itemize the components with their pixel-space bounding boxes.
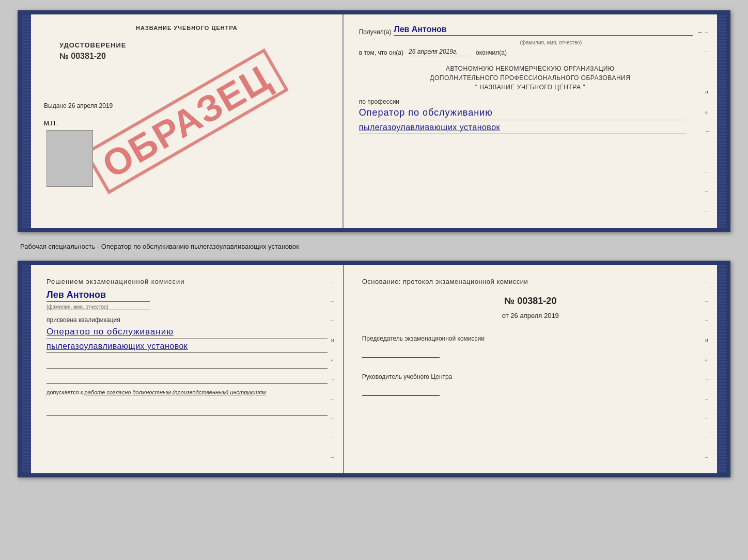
profession-line1: Оператор по обслуживанию: [359, 107, 686, 120]
ot-date: от 26 апреля 2019: [362, 312, 699, 319]
osnovanie-label: Основание: протокол экзаменационной коми…: [362, 278, 699, 285]
diploma-right-page: Основание: протокол экзаменационной коми…: [344, 265, 717, 473]
vydano-date: 26 апреля 2019: [68, 102, 113, 109]
book-spine-bottom-right: [717, 265, 726, 473]
certificate-left-page: НАЗВАНИЕ УЧЕБНОГО ЦЕНТРА ОБРАЗЕЦ УДОСТОВ…: [31, 14, 344, 228]
kvalif-line1: Оператор по обслуживанию: [46, 327, 328, 339]
org-line2: ДОПОЛНИТЕЛЬНОГО ПРОФЕССИОНАЛЬНОГО ОБРАЗО…: [359, 73, 702, 83]
date-underline: 26 апреля 2019г.: [409, 48, 471, 56]
org-block: АВТОНОМНУЮ НЕКОММЕРЧЕСКУЮ ОРГАНИЗАЦИЮ ДО…: [359, 64, 702, 92]
ot-date-value: 26 апреля 2019: [510, 312, 559, 319]
org-line3: " НАЗВАНИЕ УЧЕБНОГО ЦЕНТРА ": [359, 83, 702, 92]
udostoverenie-number: № 00381-20: [59, 52, 330, 61]
v-tom-label: в том, что он(а): [359, 49, 403, 56]
right-dashes-diploma-right: – – – и а ← – – – –: [705, 265, 711, 473]
poluchil-row: Получил(а) Лев Антонов –: [359, 25, 702, 36]
rukovoditel-signature-line: [362, 383, 440, 396]
predsedatel-label: Председатель экзаменационной комиссии: [362, 335, 699, 358]
bottom-diploma-book: Решением экзаменационной комиссии Лев Ан…: [18, 261, 730, 477]
book-spine-top: [22, 14, 31, 228]
okonchil-label: окончил(а): [476, 49, 507, 56]
v-tom-row: в том, что он(а) 26 апреля 2019г. окончи…: [359, 48, 702, 56]
dash-after-name: –: [698, 28, 702, 36]
po-professii-label: по профессии: [359, 98, 686, 105]
rukovoditel-label: Руководитель учебного Центра: [362, 373, 699, 396]
diploma-left-page: Решением экзаменационной комиссии Лев Ан…: [31, 265, 344, 473]
kvalif-line2: пылегазоулавливающих установок: [46, 342, 328, 353]
org-line1: АВТОНОМНУЮ НЕКОММЕРЧЕСКУЮ ОРГАНИЗАЦИЮ: [359, 64, 702, 73]
diploma-person-name: Лев Антонов: [46, 290, 150, 302]
dopuskaetsya-block: допускается к работе согласно должностны…: [46, 389, 328, 395]
book-spine-top-right: [717, 14, 726, 228]
resheniem-label: Решением экзаменационной комиссии: [46, 278, 328, 285]
udostoverenie-title: УДОСТОВЕРЕНИЕ: [59, 41, 330, 49]
vydano-block: Выдано 26 апреля 2019: [44, 102, 330, 109]
ot-label: от: [502, 312, 509, 319]
top-certificate-book: НАЗВАНИЕ УЧЕБНОГО ЦЕНТРА ОБРАЗЕЦ УДОСТОВ…: [18, 10, 730, 232]
right-dashes-top: – – – и а ← – – – –: [705, 14, 711, 228]
book-spine-bottom: [22, 265, 31, 473]
poluchil-name: Лев Антонов: [394, 25, 693, 36]
blank-line-1: [46, 358, 328, 369]
poluchil-label: Получил(а): [359, 28, 392, 36]
subtitle-text: Рабочая специальность - Оператор по обсл…: [18, 237, 730, 255]
predsedatel-signature-line: [362, 345, 440, 358]
right-dashes-diploma-left: – – – и а ← – – – –: [331, 265, 337, 473]
profession-line2: пылегазоулавливающих установок: [359, 123, 686, 134]
fio-label-top: (фамилия, имя, отчество): [400, 40, 702, 45]
dopuskaetsya-prefix: допускается к: [46, 389, 83, 395]
mp-label: М.П.: [44, 120, 330, 127]
certificate-right-page: Получил(а) Лев Антонов – (фамилия, имя, …: [344, 14, 717, 228]
vydano-label: Выдано: [44, 102, 67, 109]
photo-placeholder: [46, 130, 93, 187]
blank-line-2: [46, 374, 328, 384]
prisvoena-label: присвоена квалификация: [46, 316, 328, 324]
blank-line-3: [46, 406, 328, 416]
cert-header: НАЗВАНИЕ УЧЕБНОГО ЦЕНТРА: [44, 25, 330, 31]
dopuskaetsya-italic: работе согласно должностным (производств…: [85, 389, 266, 395]
protocol-number: № 00381-20: [362, 296, 699, 307]
fio-label-diploma: (фамилия, имя, отчество): [46, 304, 150, 310]
document-container: НАЗВАНИЕ УЧЕБНОГО ЦЕНТРА ОБРАЗЕЦ УДОСТОВ…: [18, 10, 730, 477]
udostoverenie-block: УДОСТОВЕРЕНИЕ № 00381-20: [59, 41, 330, 61]
